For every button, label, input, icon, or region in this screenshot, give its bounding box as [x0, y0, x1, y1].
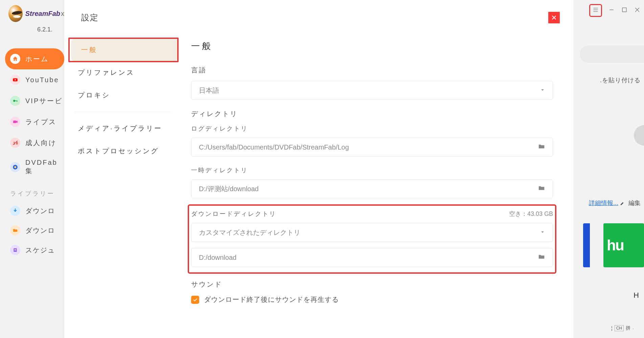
ime-vbar: ¦ [611, 325, 613, 331]
settings-nav-media-library[interactable]: メディア·ライブラリー [64, 117, 181, 140]
download-dir-label: ダウンロードディレクトリ [191, 210, 276, 218]
minimize-button[interactable] [608, 6, 615, 15]
nav-vip-label: VIPサービ [25, 96, 63, 106]
close-icon [551, 15, 557, 21]
folder-icon [10, 225, 20, 235]
svg-text:18: 18 [13, 141, 18, 145]
app-logo-icon [8, 5, 23, 22]
service-tile-blue[interactable] [583, 223, 590, 267]
modal-header: 設定 [64, 0, 573, 32]
download-dir-value: D:/download [199, 254, 236, 262]
logo-area: StreamFabx 6.2.1. [0, 0, 64, 33]
service-label-H: H [634, 291, 639, 300]
language-select[interactable]: 日本語 [191, 81, 553, 100]
paste-hint-text: .を貼り付ける [600, 76, 641, 84]
log-dir-input[interactable]: C:/Users/fab/Documents/DVDFab/StreamFab/… [191, 138, 553, 157]
lib-downloading[interactable]: ダウンロ [0, 201, 64, 221]
nav-live-label: ライブス [25, 117, 56, 127]
language-value: 日本語 [199, 86, 219, 95]
download-dir-input[interactable]: D:/download [191, 248, 553, 267]
svg-rect-11 [14, 250, 16, 250]
dvdfab-icon [10, 162, 20, 172]
folder-browse-icon[interactable] [538, 184, 545, 194]
settings-nav-preferences-label: プリファレンス [78, 69, 135, 76]
sound-checkbox-label: ダウンロード終了後にサウンドを再生する [204, 295, 339, 304]
svg-rect-4 [13, 120, 16, 123]
nav-divider [74, 112, 171, 112]
settings-nav-media-library-label: メディア·ライブラリー [78, 125, 162, 132]
nav-vip[interactable]: VIPサービ [0, 90, 64, 111]
general-heading: 一般 [191, 40, 553, 52]
adult-icon: 18 [10, 138, 20, 148]
nav-adult-label: 成人向け [25, 138, 56, 148]
camera-icon [10, 117, 20, 127]
edit-link[interactable]: 編集 [628, 200, 641, 206]
app-version: 6.2.1. [37, 26, 64, 33]
settings-nav-post-processing[interactable]: ポストプロセッシング [64, 140, 181, 162]
log-dir-value: C:/Users/fab/Documents/DVDFab/StreamFab/… [199, 143, 349, 151]
sound-checkbox-row[interactable]: ダウンロード終了後にサウンドを再生する [191, 295, 553, 304]
main-sidebar: StreamFabx 6.2.1. ホーム YouTube VIPサービ [0, 0, 64, 338]
chevron-down-icon [540, 229, 545, 236]
library-header: ライブラリー [0, 181, 64, 201]
detail-links: 詳細情報... 編集 [589, 199, 641, 207]
lib-schedule-label: スケジュ [25, 246, 55, 255]
settings-nav-preferences[interactable]: プリファレンス [64, 61, 181, 84]
directory-label: ディレクトリ [191, 109, 553, 118]
nav-live[interactable]: ライブス [0, 111, 64, 132]
svg-rect-12 [622, 8, 626, 12]
temp-dir-value: D:/评测站/download [199, 184, 259, 194]
folder-browse-icon[interactable] [538, 143, 545, 152]
detail-link[interactable]: 詳細情報... [589, 200, 618, 206]
settings-nav-general[interactable]: 一般 [71, 39, 178, 61]
close-button[interactable] [548, 12, 560, 23]
ime-pin: 拼 [626, 325, 630, 331]
schedule-icon [10, 245, 20, 255]
hamburger-icon [592, 6, 599, 13]
main-nav: ホーム YouTube VIPサービ ライブス 18 成人向け [0, 48, 64, 181]
download-dir-type-select[interactable]: カスタマイズされたディレクトリ [191, 223, 553, 242]
pencil-icon [620, 201, 625, 206]
ime-ch: CH [615, 325, 624, 331]
free-space-text: 空き：43.03 GB [509, 210, 553, 218]
settings-title: 設定 [81, 12, 99, 23]
lib-downloaded[interactable]: ダウンロ [0, 221, 64, 240]
sound-label: サウンド [191, 280, 553, 289]
window-close-button[interactable] [634, 6, 641, 15]
svg-point-1 [13, 100, 15, 102]
lib-schedule[interactable]: スケジュ [0, 240, 64, 260]
checkbox-checked-icon[interactable] [191, 296, 199, 304]
app-name: StreamFab [25, 10, 60, 17]
key-icon [10, 96, 20, 106]
folder-browse-icon[interactable] [538, 253, 545, 262]
temp-dir-input[interactable]: D:/评测站/download [191, 179, 553, 198]
nav-dvdfab-label: DVDFab集 [25, 159, 64, 176]
home-icon [10, 54, 20, 64]
go-button-partial[interactable] [634, 125, 644, 145]
log-dir-label: ログディレクトリ [191, 125, 553, 133]
window-controls [589, 4, 641, 17]
temp-dir-label: 一時ディレクトリ [191, 166, 553, 174]
language-label: 言語 [191, 66, 553, 75]
lib-downloading-label: ダウンロ [25, 206, 55, 216]
nav-dvdfab[interactable]: DVDFab集 [0, 153, 64, 181]
maximize-button[interactable] [621, 6, 628, 15]
svg-rect-10 [14, 249, 16, 249]
ime-indicator[interactable]: ¦ CH 拼 ⸱ [611, 325, 634, 331]
service-tile-hulu[interactable]: hu [603, 223, 644, 267]
lib-downloaded-label: ダウンロ [25, 226, 55, 235]
download-dir-section: ダウンロードディレクトリ 空き：43.03 GB カスタマイズされたディレクトリ… [188, 204, 556, 274]
svg-point-8 [14, 166, 16, 168]
settings-modal: 設定 一般 プリファレンス プロキシ メディア·ライブラリー ポストプロセッシン… [64, 0, 573, 338]
settings-content[interactable]: 一般 言語 日本語 ディレクトリ ログディレクトリ C:/Users/fab/D… [181, 32, 573, 338]
hamburger-menu-button[interactable] [589, 4, 602, 17]
nav-home[interactable]: ホーム [5, 48, 64, 69]
svg-rect-3 [17, 100, 18, 102]
url-input-partial[interactable] [580, 46, 644, 63]
settings-nav: 一般 プリファレンス プロキシ メディア·ライブラリー ポストプロセッシング [64, 32, 181, 338]
download-dir-type-value: カスタマイズされたディレクトリ [199, 228, 300, 237]
settings-nav-proxy[interactable]: プロキシ [64, 84, 181, 107]
nav-youtube[interactable]: YouTube [0, 69, 64, 90]
nav-adult[interactable]: 18 成人向け [0, 132, 64, 153]
youtube-icon [10, 75, 20, 85]
